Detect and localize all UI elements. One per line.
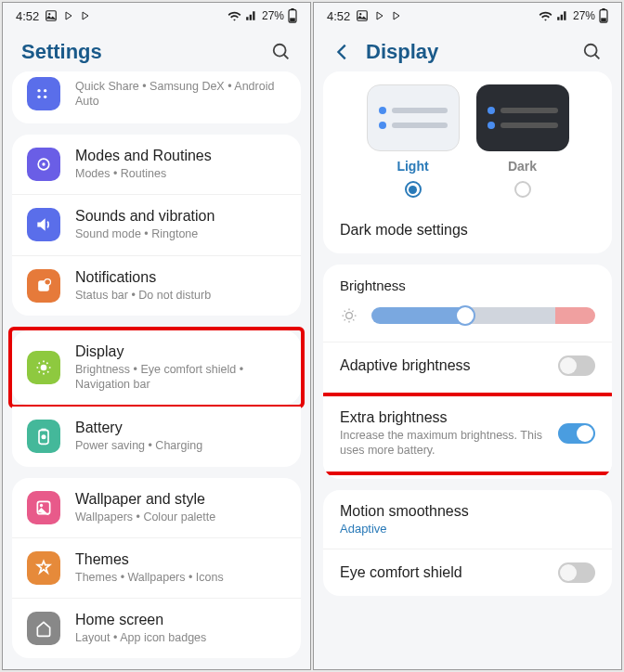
wallpaper-icon (27, 491, 60, 524)
image-icon (45, 9, 58, 22)
theme-light-option[interactable]: Light (367, 84, 460, 198)
play-icon (391, 10, 402, 21)
signal-icon (556, 9, 569, 22)
back-icon[interactable] (332, 42, 353, 62)
svg-point-1 (48, 13, 50, 15)
battery-row[interactable]: Battery Power saving • Charging (12, 407, 301, 466)
status-bar: 4:52 27% (314, 3, 621, 29)
theme-picker: Light Dark (323, 71, 612, 207)
eye-comfort-toggle[interactable] (558, 562, 595, 583)
sounds-vibration-row[interactable]: Sounds and vibration Sound mode • Ringto… (12, 195, 301, 255)
dark-preview (476, 84, 569, 151)
notifications-row[interactable]: Notifications Status bar • Do not distur… (12, 256, 301, 316)
display-highlight: Display Brightness • Eye comfort shield … (8, 327, 305, 409)
themes-icon (27, 551, 60, 585)
svg-point-10 (44, 96, 46, 98)
display-content[interactable]: Light Dark Dark mode settings Brightness (314, 71, 621, 669)
svg-rect-24 (602, 8, 604, 10)
display-row[interactable]: Display Brightness • Eye comfort shield … (12, 330, 301, 406)
themes-row[interactable]: Themes Themes • Wallpapers • Icons (12, 538, 301, 599)
motion-row[interactable]: Motion smoothness Adaptive (323, 490, 612, 549)
svg-point-7 (37, 89, 40, 92)
svg-point-9 (44, 89, 46, 92)
status-time: 4:52 (327, 9, 350, 23)
svg-rect-25 (601, 18, 606, 21)
display-screen: 4:52 27% Display Light (313, 2, 622, 670)
slider-thumb[interactable] (455, 305, 475, 326)
svg-point-28 (346, 313, 353, 319)
search-icon[interactable] (582, 42, 603, 62)
svg-point-26 (585, 45, 597, 57)
settings-list[interactable]: Quick Share • Samsung DeX • Android Auto… (3, 71, 310, 669)
svg-rect-4 (290, 18, 295, 21)
radio-dark[interactable] (514, 181, 531, 198)
radio-light[interactable] (405, 181, 422, 198)
sun-icon (340, 306, 358, 325)
battery-icon (599, 8, 608, 23)
battery-icon (288, 8, 297, 23)
header: Display (314, 29, 621, 71)
play-icon (63, 10, 74, 21)
battery-icon (27, 420, 60, 453)
light-preview (367, 84, 460, 151)
svg-point-20 (40, 503, 43, 506)
display-icon (27, 351, 60, 384)
eye-comfort-row[interactable]: Eye comfort shield (323, 549, 612, 596)
sounds-vibration-icon (27, 208, 60, 241)
adaptive-toggle[interactable] (558, 355, 595, 376)
status-time: 4:52 (16, 9, 39, 23)
brightness-slider-row (323, 299, 612, 342)
search-icon[interactable] (271, 42, 292, 62)
page-title: Settings (21, 40, 258, 64)
theme-dark-option[interactable]: Dark (476, 84, 569, 198)
svg-point-14 (45, 278, 51, 285)
modes-routines-row[interactable]: Modes and Routines Modes • Routines (12, 135, 301, 195)
wifi-icon (228, 9, 241, 23)
wallpaper-row[interactable]: Wallpaper and style Wallpapers • Colour … (12, 478, 301, 538)
dark-mode-settings[interactable]: Dark mode settings (323, 207, 612, 253)
notifications-icon (27, 269, 60, 303)
svg-line-27 (595, 55, 600, 59)
modes-routines-icon (27, 148, 60, 181)
battery-text: 27% (573, 9, 595, 22)
svg-rect-3 (291, 8, 293, 10)
svg-point-22 (359, 13, 361, 15)
extra-brightness-row[interactable]: Extra brightness Increase the maximum br… (323, 396, 612, 472)
svg-point-8 (37, 96, 40, 98)
svg-point-12 (42, 162, 45, 165)
play-icon (80, 10, 91, 21)
devices-icon (27, 77, 60, 110)
settings-screen: 4:52 27% Settings Quick Share • Samsung … (2, 2, 311, 670)
signal-icon (245, 9, 258, 22)
brightness-label: Brightness (323, 265, 612, 299)
image-icon (356, 9, 369, 22)
home-screen-icon (27, 612, 60, 645)
home-screen-row[interactable]: Home screen Layout • App icon badges (12, 599, 301, 658)
svg-rect-17 (42, 429, 46, 432)
header: Settings (3, 29, 310, 71)
svg-point-15 (41, 365, 47, 371)
adaptive-brightness-row[interactable]: Adaptive brightness (323, 342, 612, 389)
play-icon (374, 10, 385, 21)
battery-text: 27% (262, 9, 284, 22)
extra-brightness-toggle[interactable] (558, 423, 595, 444)
wifi-icon (539, 9, 552, 23)
svg-point-5 (274, 45, 286, 57)
list-item[interactable]: Quick Share • Samsung DeX • Android Auto (12, 71, 301, 123)
svg-point-18 (42, 435, 46, 440)
svg-line-6 (284, 55, 289, 59)
extra-brightness-highlight: Extra brightness Increase the maximum br… (323, 393, 612, 475)
brightness-slider[interactable] (371, 307, 595, 324)
status-bar: 4:52 27% (3, 3, 310, 29)
page-title: Display (366, 40, 569, 64)
